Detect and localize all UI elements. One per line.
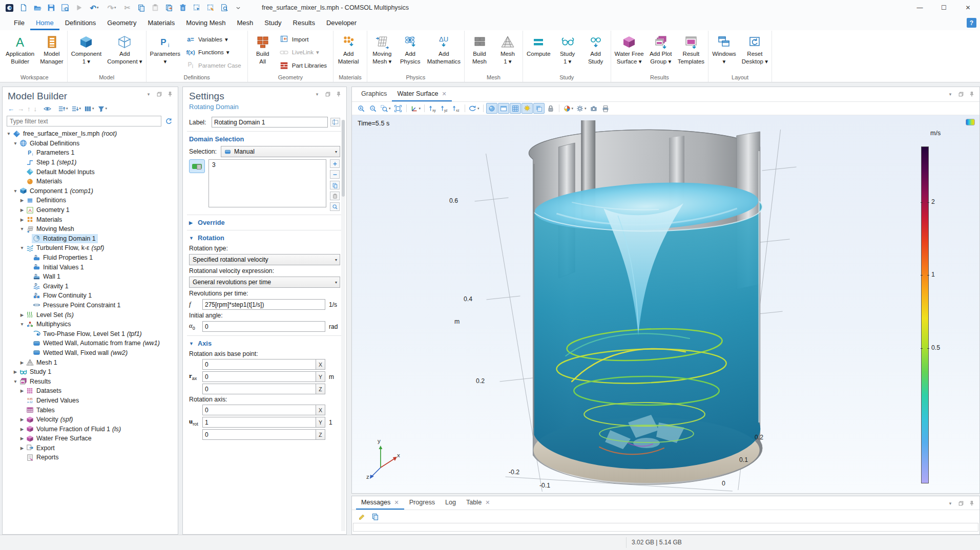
copy-selection-button[interactable]: [330, 181, 340, 189]
menu-tab-mesh[interactable]: Mesh: [231, 15, 259, 30]
rotation-axis-z-axis-button[interactable]: Z: [316, 429, 325, 440]
tree-expander-icon[interactable]: ▼: [19, 226, 25, 231]
tree-node-default-model-inputs[interactable]: Default Model Inputs: [3, 167, 178, 177]
save-as-icon[interactable]: [58, 2, 71, 14]
rotation-axis-base-point-x-axis-button[interactable]: X: [316, 359, 325, 370]
rotation-axis-z-input[interactable]: [202, 429, 316, 440]
clear-selection-icon[interactable]: [204, 2, 217, 14]
tree-expander-icon[interactable]: ▼: [12, 379, 18, 384]
ribbon-study-1-button[interactable]: Study1 ▾: [554, 32, 581, 73]
tree-node-results[interactable]: ▼ Results: [3, 376, 178, 386]
tree-node-tables[interactable]: Tables: [3, 405, 178, 415]
tree-expander-icon[interactable]: ▶: [19, 198, 25, 203]
selection-list-item[interactable]: 3: [212, 161, 323, 168]
ribbon-functions-button[interactable]: f(x)Functions▾: [184, 47, 245, 57]
tree-expander-icon[interactable]: ▼: [6, 131, 12, 136]
zoom-extents-button[interactable]: [392, 103, 404, 114]
down-icon[interactable]: ↓: [33, 104, 38, 113]
ribbon-variables-button[interactable]: a=Variables▾: [184, 34, 245, 45]
show-icon[interactable]: [43, 104, 52, 113]
messages-tab-progress[interactable]: Progress: [404, 496, 440, 510]
close-tab-icon[interactable]: ✕: [394, 499, 399, 506]
tree-node-free-surface-mixer-ls-mph[interactable]: ▼ free_surface_mixer_ls.mph(root): [3, 129, 178, 139]
tree-node-initial-values-1[interactable]: D Initial Values 1: [3, 262, 178, 272]
duplicate-icon[interactable]: [162, 2, 175, 14]
panel-menu-icon[interactable]: ▾: [947, 500, 954, 507]
ribbon-water-free-surface-button[interactable]: Water FreeSurface ▾: [612, 32, 647, 73]
ribbon-add-study-button[interactable]: AddStudy: [582, 32, 610, 73]
copy-icon[interactable]: [135, 2, 148, 14]
back-icon[interactable]: ←: [7, 104, 15, 113]
tree-node-mesh-1[interactable]: ▶ Mesh 1: [3, 357, 178, 367]
paste-icon[interactable]: [149, 2, 161, 14]
close-tab-icon[interactable]: ✕: [442, 91, 446, 97]
tree-expander-icon[interactable]: ▼: [19, 245, 25, 250]
tree-expander-icon[interactable]: ▶: [19, 360, 25, 365]
columns-icon[interactable]: ▾: [83, 104, 95, 113]
messages-tab-messages[interactable]: Messages✕: [356, 496, 404, 510]
ribbon-build-mesh-button[interactable]: BuildMesh: [466, 32, 493, 73]
go-to-view-button[interactable]: ▾: [409, 103, 422, 114]
undo-icon[interactable]: ↶▾: [86, 2, 102, 14]
initial-angle-input[interactable]: [202, 321, 325, 332]
rotation-axis-y-input[interactable]: [202, 417, 316, 428]
ribbon-add-physics-button[interactable]: AddPhysics: [397, 32, 424, 73]
rotation-axis-base-point-y-input[interactable]: [202, 371, 316, 382]
render-options-button[interactable]: ▾: [575, 103, 588, 114]
tree-node-two-phase-flow-level-set-1[interactable]: Two-Phase Flow, Level Set 1(tpf1): [3, 329, 178, 339]
tree-node-wetted-wall-automatic-from-frame[interactable]: Wetted Wall, Automatic from frame(ww1): [3, 339, 178, 348]
view-xz-button[interactable]: xz: [451, 103, 462, 114]
delete-icon[interactable]: [176, 2, 189, 14]
collapse-all-icon[interactable]: ▾: [57, 104, 69, 113]
menu-tab-study[interactable]: Study: [259, 15, 287, 30]
panel-menu-icon[interactable]: ▾: [947, 91, 954, 98]
tree-node-moving-mesh[interactable]: ▼ Moving Mesh: [3, 224, 178, 234]
menu-tab-moving-mesh[interactable]: Moving Mesh: [180, 15, 231, 30]
graphics-tab-graphics[interactable]: Graphics: [356, 87, 392, 101]
tree-node-flow-continuity-1[interactable]: D Flow Continuity 1: [3, 291, 178, 301]
rotate-view-button[interactable]: ▾: [468, 103, 481, 114]
close-button[interactable]: ✕: [956, 0, 980, 15]
tree-expander-icon[interactable]: ▼: [12, 141, 18, 146]
tree-expander-icon[interactable]: ▶: [19, 436, 25, 441]
filter-icon[interactable]: ▾: [96, 104, 109, 113]
find-icon[interactable]: [218, 2, 231, 14]
scene-light-button[interactable]: [522, 103, 533, 114]
tree-node-pressure-point-constraint-1[interactable]: Pressure Point Constraint 1: [3, 301, 178, 310]
tree-expander-icon[interactable]: ▼: [19, 322, 25, 327]
ribbon-add-plot-group-button[interactable]: Add PlotGroup ▾: [647, 32, 675, 73]
rotation-axis-y-axis-button[interactable]: Y: [316, 417, 325, 428]
ribbon-compute-button[interactable]: Compute: [524, 32, 553, 73]
paste-selection-button[interactable]: [330, 192, 340, 200]
minimize-button[interactable]: —: [908, 0, 932, 15]
menu-tab-developer[interactable]: Developer: [321, 15, 362, 30]
rotation-type-dropdown[interactable]: Specified rotational velocity▾: [189, 254, 340, 265]
tree-node-materials[interactable]: Materials: [3, 177, 178, 186]
save-icon[interactable]: [45, 2, 57, 14]
ribbon-import-button[interactable]: Import: [278, 34, 331, 45]
messages-tab-log[interactable]: Log: [440, 496, 461, 510]
view-xy-button[interactable]: xy: [427, 103, 439, 114]
print-button[interactable]: [600, 103, 611, 114]
remove-from-selection-button[interactable]: [330, 170, 340, 179]
tree-node-level-set[interactable]: ▶ Level Set(ls): [3, 310, 178, 320]
expand-all-icon[interactable]: ▾: [70, 104, 82, 113]
tree-expander-icon[interactable]: ▶: [19, 427, 25, 432]
ribbon-add-mathematics-button[interactable]: ΔU AddMathematics: [425, 32, 463, 73]
color-theme-button[interactable]: ▾: [562, 103, 575, 114]
ribbon-add-material-button[interactable]: AddMaterial: [335, 32, 362, 73]
ribbon-part-libraries-button[interactable]: Part Libraries: [278, 60, 331, 71]
label-input[interactable]: [212, 117, 328, 128]
material-color-button[interactable]: [486, 103, 497, 114]
ribbon-livelink-button[interactable]: LiveLink▾: [278, 47, 331, 57]
selection-list[interactable]: 3: [208, 159, 326, 207]
selection-dropdown[interactable]: Manual ▾: [221, 146, 340, 157]
section-axis[interactable]: ▼Axis: [189, 340, 340, 347]
tree-node-velocity[interactable]: ▶ Velocity(spf): [3, 415, 178, 425]
panel-pin-icon[interactable]: [166, 91, 174, 98]
tree-node-gravity-1[interactable]: D Gravity 1: [3, 282, 178, 291]
panel-pin-icon[interactable]: [968, 91, 975, 98]
panel-float-icon[interactable]: [324, 91, 331, 98]
menu-tab-file[interactable]: File: [8, 15, 30, 30]
panel-pin-icon[interactable]: [335, 91, 342, 98]
